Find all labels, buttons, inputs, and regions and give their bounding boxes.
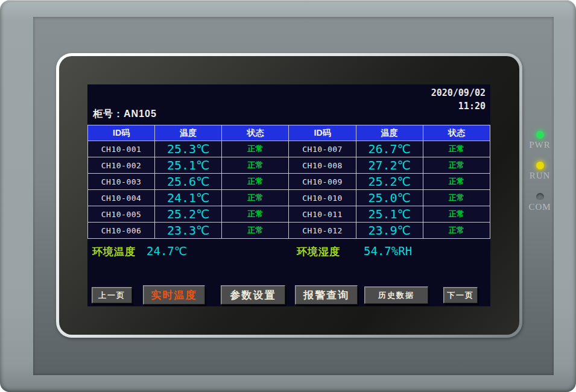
temperature-cell: 25.1℃: [356, 206, 423, 222]
temperature-cell: 25.2℃: [356, 174, 423, 189]
lcd-display: 2020/09/02 11:20 柜号：AN105 ID码温度状态ID码温度状态…: [87, 84, 490, 306]
table-header-status: 状态: [222, 125, 288, 141]
hmi-device: 2020/09/02 11:20 柜号：AN105 ID码温度状态ID码温度状态…: [0, 0, 576, 392]
nav-button-realtime-temp[interactable]: 实时温度: [143, 285, 205, 305]
channel-id-cell: CH10-011: [289, 206, 355, 222]
channel-id-cell: CH10-010: [289, 190, 355, 206]
table-header-status: 状态: [423, 125, 490, 141]
table-header-id: ID码: [88, 125, 154, 141]
led-label-com: COM: [524, 202, 555, 212]
temperature-cell: 23.9℃: [356, 223, 423, 238]
led-label-pwr: PWR: [524, 140, 555, 150]
table-header-temp: 温度: [155, 125, 221, 141]
pwr-led-icon: [536, 131, 544, 139]
temperature-cell: 25.1℃: [155, 157, 221, 173]
temperature-cell: 25.2℃: [155, 206, 221, 222]
led-group-pwr: PWR: [524, 131, 555, 150]
table-header-id: ID码: [289, 125, 355, 141]
channel-id-cell: CH10-003: [88, 174, 154, 189]
temperature-cell: 24.1℃: [155, 190, 221, 206]
status-cell: 正常: [423, 223, 490, 238]
nav-button-prev-page[interactable]: 上一页: [92, 287, 132, 303]
status-cell: 正常: [222, 157, 288, 173]
com-led-icon: [536, 193, 544, 201]
cabinet-id-label: 柜号：AN105: [93, 108, 157, 121]
channel-id-cell: CH10-002: [88, 157, 154, 173]
channel-id-cell: CH10-007: [289, 141, 355, 157]
status-cell: 正常: [423, 190, 490, 206]
run-led-icon: [536, 162, 544, 169]
ambient-humidity-value: 54.7%RH: [364, 244, 412, 258]
temperature-cell: 26.7℃: [356, 141, 423, 157]
status-cell: 正常: [222, 206, 288, 222]
table-header-temp: 温度: [356, 125, 423, 141]
ambient-temp-value: 24.7℃: [147, 244, 187, 258]
nav-button-alarm-query[interactable]: 报警查询: [295, 285, 358, 305]
channel-id-cell: CH10-008: [289, 157, 355, 173]
status-cell: 正常: [222, 223, 288, 238]
channel-id-cell: CH10-004: [88, 190, 154, 206]
temperature-cell: 25.6℃: [155, 174, 221, 189]
led-group-com: COM: [524, 193, 555, 212]
led-group-run: RUN: [524, 162, 555, 181]
led-label-run: RUN: [524, 171, 555, 181]
ambient-humidity-label: 环境湿度: [297, 245, 340, 259]
temperature-cell: 27.2℃: [356, 157, 423, 173]
nav-button-param-settings[interactable]: 参数设置: [221, 285, 285, 305]
nav-button-history-data[interactable]: 历史数据: [364, 286, 428, 304]
temperature-table: ID码温度状态ID码温度状态CH10-00125.3℃正常CH10-00726.…: [87, 125, 490, 239]
temperature-cell: 25.3℃: [155, 141, 221, 157]
temperature-cell: 23.3℃: [155, 223, 221, 238]
channel-id-cell: CH10-012: [289, 223, 355, 238]
status-cell: 正常: [423, 157, 490, 173]
channel-id-cell: CH10-001: [88, 141, 154, 157]
status-cell: 正常: [423, 174, 490, 189]
temperature-cell: 25.0℃: [356, 190, 423, 206]
screen-glass-bezel: 2020/09/02 11:20 柜号：AN105 ID码温度状态ID码温度状态…: [59, 56, 519, 335]
time-display: 11:20: [458, 101, 486, 112]
status-cell: 正常: [222, 141, 288, 157]
channel-id-cell: CH10-009: [289, 174, 355, 189]
screen-bezel: 2020/09/02 11:20 柜号：AN105 ID码温度状态ID码温度状态…: [56, 53, 522, 338]
nav-button-next-page[interactable]: 下一页: [443, 287, 478, 303]
date-display: 2020/09/02: [431, 87, 486, 98]
status-cell: 正常: [222, 174, 288, 189]
status-cell: 正常: [222, 190, 288, 206]
channel-id-cell: CH10-006: [88, 223, 154, 238]
status-cell: 正常: [423, 206, 490, 222]
ambient-temp-label: 环境温度: [92, 245, 136, 259]
channel-id-cell: CH10-005: [88, 206, 154, 222]
status-cell: 正常: [423, 141, 490, 157]
